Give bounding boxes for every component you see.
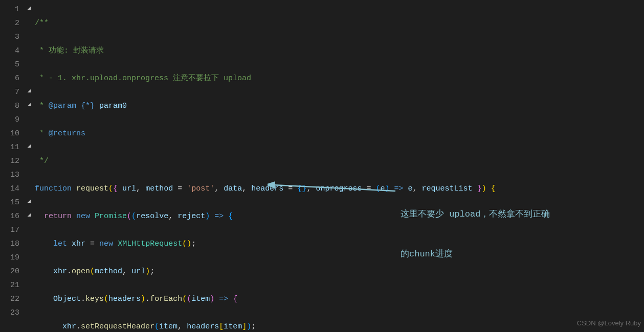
code-line: xhr.setRequestHeader(item, headers[item]… — [35, 320, 644, 332]
fold-toggle-icon[interactable] — [26, 209, 35, 223]
line-number: 12 — [0, 154, 19, 168]
code-line: /** — [35, 16, 644, 30]
line-number-gutter: 1 2 3 4 5 6 7 8 9 10 11 12 13 14 15 16 1… — [0, 0, 26, 332]
fold-toggle-icon[interactable] — [26, 196, 35, 209]
line-number: 19 — [0, 251, 19, 265]
code-line: */ — [35, 154, 644, 168]
watermark: CSDN @Lovely Ruby — [577, 316, 641, 330]
line-number: 4 — [0, 44, 19, 58]
line-number: 7 — [0, 85, 19, 99]
line-number: 23 — [0, 306, 19, 320]
code-line: function request({ url, method = 'post',… — [35, 182, 644, 196]
code-line: xhr.open(method, url); — [35, 265, 644, 278]
line-number: 6 — [0, 72, 19, 85]
fold-toggle-icon[interactable] — [26, 85, 35, 99]
line-number: 17 — [0, 223, 19, 237]
fold-toggle-icon[interactable] — [26, 3, 35, 16]
line-number: 18 — [0, 237, 19, 251]
code-line: * @param {*} param0 — [35, 99, 644, 113]
code-line: Object.keys(headers).forEach((item) => { — [35, 292, 644, 306]
code-editor: 1 2 3 4 5 6 7 8 9 10 11 12 13 14 15 16 1… — [0, 0, 644, 332]
annotation-text: 这里不要少 upload，不然拿不到正确 的chunk进度 — [401, 181, 550, 288]
fold-toggle-icon[interactable] — [26, 140, 35, 154]
line-number: 20 — [0, 265, 19, 278]
line-number: 10 — [0, 127, 19, 140]
fold-gutter — [26, 0, 35, 332]
code-area[interactable]: /** * 功能: 封装请求 * - 1. xhr.upload.onprogr… — [35, 0, 644, 332]
line-number: 5 — [0, 58, 19, 72]
line-number: 11 — [0, 140, 19, 154]
line-number: 21 — [0, 278, 19, 292]
line-number: 14 — [0, 182, 19, 196]
line-number: 15 — [0, 196, 19, 209]
code-line: return new Promise((resolve, reject) => … — [35, 209, 644, 223]
code-line: * 功能: 封装请求 — [35, 44, 644, 58]
code-line: * - 1. xhr.upload.onprogress 注意不要拉下 uplo… — [35, 72, 644, 85]
line-number: 13 — [0, 168, 19, 182]
line-number: 16 — [0, 209, 19, 223]
line-number: 22 — [0, 292, 19, 306]
line-number: 2 — [0, 16, 19, 30]
fold-toggle-icon[interactable] — [26, 99, 35, 113]
code-line: let xhr = new XMLHttpRequest(); — [35, 237, 644, 251]
line-number: 8 — [0, 99, 19, 113]
line-number: 3 — [0, 30, 19, 44]
line-number: 9 — [0, 113, 19, 127]
code-line: * @returns — [35, 127, 644, 140]
line-number: 1 — [0, 3, 19, 16]
